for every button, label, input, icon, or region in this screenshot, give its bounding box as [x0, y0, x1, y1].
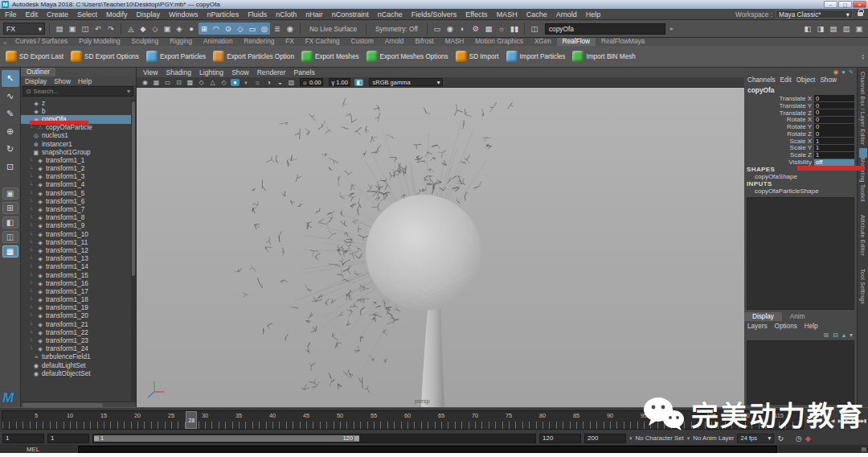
attribute-value[interactable]: 1: [814, 152, 854, 159]
menu-arnold[interactable]: Arnold: [556, 10, 577, 19]
chevron-down-icon[interactable]: ▾: [127, 88, 130, 95]
viewport-menu-show[interactable]: Show: [231, 68, 249, 76]
menu-fluids[interactable]: Fluids: [248, 10, 267, 19]
outliner-item-turbulencefield1[interactable]: ≈turbulenceField1: [21, 353, 136, 361]
menu-mash[interactable]: MASH: [497, 10, 518, 19]
layout-split-lr[interactable]: ◧: [2, 216, 18, 228]
animation-start-field[interactable]: 1: [2, 434, 44, 443]
lasso-tool[interactable]: ∿: [2, 88, 19, 105]
wireframe-icon[interactable]: ◇: [219, 79, 228, 86]
shelf-button-import-bin-mesh[interactable]: Import BIN Mesh: [569, 47, 638, 65]
shelf-tab-fx-caching[interactable]: FX Caching: [300, 38, 346, 46]
viewport-menu-lighting[interactable]: Lighting: [199, 68, 223, 76]
snap-curve-icon[interactable]: ◠: [211, 23, 222, 35]
menu-display[interactable]: Display: [137, 10, 161, 19]
pane-layout-icon[interactable]: ◫: [529, 23, 540, 35]
menu-nparticles[interactable]: nParticles: [207, 10, 240, 19]
move-layer-down-icon[interactable]: ▾: [850, 331, 853, 339]
ao-icon[interactable]: ◒: [276, 79, 285, 86]
outliner-item-transform1-20[interactable]: └◈transform1_20: [21, 312, 136, 320]
symmetry-label[interactable]: Symmetry: Off: [375, 25, 418, 33]
snap-plane-icon[interactable]: ◇: [235, 23, 246, 35]
hypershade-icon[interactable]: ▦: [483, 23, 494, 35]
scrollbar-thumb[interactable]: [132, 101, 135, 276]
render-current-icon[interactable]: ◉: [444, 23, 456, 35]
attribute-value[interactable]: 1: [814, 138, 854, 144]
script-editor-icon[interactable]: ▤: [861, 447, 866, 453]
command-language-toggle[interactable]: MEL: [0, 446, 77, 453]
shelf-button-sd-export-options[interactable]: SD Export Options: [68, 47, 142, 65]
outliner-search[interactable]: ⊙ Search... ▾: [23, 86, 133, 97]
rendering-icon[interactable]: ●: [186, 23, 197, 35]
sidebar-tab-channel-box-layer-editor[interactable]: Channel Box / Layer Editor: [860, 72, 866, 145]
outliner-item-snapshot1group[interactable]: ▣snapshot1Group: [21, 148, 136, 156]
attribute-value[interactable]: 1: [814, 145, 854, 151]
shelf-button-sd-export-last[interactable]: SD Export Last: [2, 47, 67, 65]
shelf-button-import-particles[interactable]: Import Particles: [503, 47, 569, 65]
outliner-item-transform1-17[interactable]: └◈transform1_17: [21, 287, 136, 295]
shelf-tab-fx[interactable]: FX: [280, 38, 299, 46]
outliner-item-transform1-5[interactable]: └◈transform1_5: [21, 189, 136, 197]
safe-title-icon[interactable]: △: [208, 79, 217, 86]
menu-nconstraint[interactable]: nConstraint: [332, 10, 369, 19]
outliner-vertical-scrollbar[interactable]: [131, 100, 136, 401]
attribute-value[interactable]: 0: [814, 117, 854, 123]
film-gate-icon[interactable]: ▭: [163, 79, 172, 86]
construction-history-icon[interactable]: ≣: [272, 23, 283, 35]
menu-modify[interactable]: Modify: [106, 10, 128, 19]
outliner-item-transform1-8[interactable]: └◈transform1_8: [21, 214, 136, 222]
select-component-icon[interactable]: ◇: [149, 23, 161, 35]
outliner-item-nucleus1[interactable]: ◎nucleus1: [21, 132, 136, 140]
attribute-value[interactable]: 0: [814, 130, 854, 137]
ipr-render-icon[interactable]: ◐: [457, 23, 469, 35]
chevron-down-icon[interactable]: ▾: [687, 435, 690, 442]
input-node-name[interactable]: copyOfaParticleShape: [744, 187, 857, 195]
snap-point-icon[interactable]: ⊙: [223, 23, 234, 35]
outliner-item-transform1-4[interactable]: └◈transform1_4: [21, 181, 136, 189]
shadows-icon[interactable]: ◑: [264, 79, 273, 86]
shelf-tab-poly-modeling[interactable]: Poly Modeling: [73, 38, 125, 46]
outliner-item-transform1-16[interactable]: └◈transform1_16: [21, 279, 136, 287]
smooth-shade-icon[interactable]: ●: [231, 79, 240, 86]
shelf-tab-rigging[interactable]: Rigging: [164, 38, 198, 46]
outliner-item-transform1-22[interactable]: └◈transform1_22: [21, 328, 136, 336]
sidebar-left-icon[interactable]: ◧: [802, 23, 813, 35]
pause-icon[interactable]: ▮▮: [509, 23, 520, 35]
viewport-menu-shading[interactable]: Shading: [166, 68, 191, 76]
range-slider-track[interactable]: 1 120: [92, 434, 536, 443]
move-tool[interactable]: ⊕: [2, 123, 19, 140]
layout-custom[interactable]: ▦: [2, 245, 18, 257]
range-slider-bar[interactable]: 1 120: [94, 435, 359, 442]
save-scene-icon[interactable]: ◫: [80, 23, 91, 35]
select-tool[interactable]: ↖: [2, 70, 19, 87]
shelf-tab-xgen[interactable]: XGen: [529, 38, 557, 46]
channel-box-menu-edit[interactable]: Edit: [780, 76, 792, 84]
view-transform-select[interactable]: sRGB gamma ▾: [369, 78, 443, 86]
command-input[interactable]: [78, 446, 777, 453]
paint-select-tool[interactable]: ✎: [2, 105, 19, 122]
layer-tab-display[interactable]: Display: [744, 312, 782, 321]
shelf-tab-realflowmaya[interactable]: RealFlowMaya: [596, 38, 650, 46]
channel-box-node-name[interactable]: copyOfa: [744, 84, 857, 95]
highlight-icon[interactable]: ◈: [174, 23, 185, 35]
channel-box-menu-show[interactable]: Show: [820, 76, 836, 84]
shelf-tab-custom[interactable]: Custom: [346, 38, 379, 46]
sidebar-right-icon[interactable]: ◨: [815, 23, 826, 35]
gamma-field[interactable]: γ1.00: [329, 78, 350, 86]
scale-tool[interactable]: ⊡: [2, 159, 19, 175]
lock-icon[interactable]: [858, 12, 863, 16]
layer-tab-anim[interactable]: Anim: [782, 312, 813, 321]
outliner-item-transform1-1[interactable]: └◈transform1_1: [21, 156, 136, 164]
menu-nhair[interactable]: nHair: [305, 10, 323, 19]
attribute-value[interactable]: 0: [814, 124, 854, 130]
outliner-item-transform1-19[interactable]: └◈transform1_19: [21, 304, 136, 312]
outliner-item-transform1-14[interactable]: └◈transform1_14: [21, 263, 136, 271]
outliner-item-transform1-18[interactable]: └◈transform1_18: [21, 296, 136, 304]
select-asset-icon[interactable]: ▣: [162, 23, 173, 35]
close-icon[interactable]: ×: [853, 1, 866, 8]
outliner-item-transform1-3[interactable]: └◈transform1_3: [21, 173, 136, 181]
outliner-item-transform1-6[interactable]: └◈transform1_6: [21, 197, 136, 205]
menu-select[interactable]: Select: [77, 10, 97, 19]
pencil-icon[interactable]: ✎: [849, 68, 854, 76]
menu-ncache[interactable]: nCache: [378, 10, 403, 19]
